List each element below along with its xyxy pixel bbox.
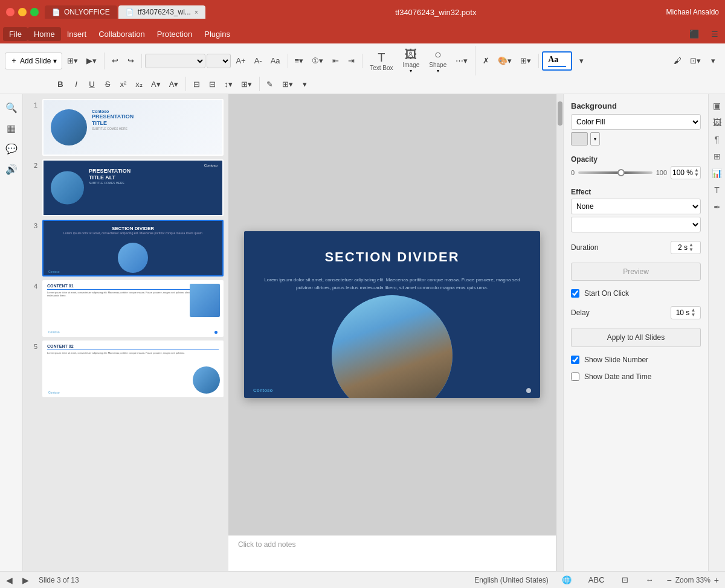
- arrange2-button[interactable]: ⊞▾: [279, 77, 297, 91]
- menu-action-2[interactable]: ☰: [707, 27, 722, 41]
- right-icon-7[interactable]: ✒: [710, 200, 724, 214]
- fit-width-button[interactable]: ↔: [642, 573, 657, 587]
- show-date-checkbox[interactable]: [571, 372, 579, 381]
- slide-thumb-1[interactable]: Contoso PRESENTATIONTITLE SUBTITLE COMES…: [42, 99, 224, 156]
- spell-check-button[interactable]: ABC: [585, 573, 608, 587]
- columns-button[interactable]: ⊞▾: [237, 77, 256, 91]
- underline-button[interactable]: U: [85, 77, 99, 91]
- slides-side-icon[interactable]: ▦: [3, 120, 20, 136]
- align-left-button[interactable]: ⊟: [189, 77, 204, 91]
- language-globe-icon[interactable]: 🌐: [558, 573, 575, 587]
- audio-side-icon[interactable]: 🔊: [3, 161, 20, 177]
- add-slide-button[interactable]: ＋ Add Slide ▾: [5, 53, 62, 69]
- zoom-in-button[interactable]: +: [714, 575, 719, 585]
- right-icon-6[interactable]: T: [710, 184, 724, 197]
- background-section: Background Color Fill ▾: [571, 101, 701, 145]
- tab-file[interactable]: 📄 tf34076243_wi... ×: [118, 5, 205, 19]
- font-size-inc-button[interactable]: A+: [232, 54, 249, 68]
- image-button[interactable]: 🖼 Image ▾: [399, 46, 424, 75]
- delay-down-button[interactable]: ▼: [691, 313, 695, 318]
- play-button[interactable]: ▶▾: [83, 54, 100, 68]
- right-icon-3[interactable]: ¶: [710, 133, 724, 146]
- menu-insert[interactable]: Insert: [61, 27, 93, 41]
- bold-button[interactable]: B: [53, 77, 68, 91]
- opacity-slider[interactable]: [578, 171, 652, 174]
- font-size-select[interactable]: [207, 54, 231, 68]
- undo-button[interactable]: ↩: [108, 54, 122, 68]
- zoom-out-button[interactable]: −: [667, 575, 672, 585]
- slide-thumb-2[interactable]: Contoso PRESENTATIONTITLE ALT SUBTITLE C…: [42, 159, 224, 216]
- theme-expand-button[interactable]: ▾: [574, 54, 588, 68]
- start-on-click-checkbox[interactable]: [571, 289, 579, 298]
- effect-select[interactable]: None: [571, 199, 701, 214]
- superscript-button[interactable]: x²: [116, 77, 130, 91]
- slide-thumb-4[interactable]: CONTENT 01 Lorem ipsum dolor sit amet, c…: [42, 280, 224, 337]
- menu-action-1[interactable]: ⬛: [686, 27, 703, 41]
- minimize-window-button[interactable]: [18, 8, 27, 16]
- tab-close-icon[interactable]: ×: [195, 9, 198, 16]
- color-scheme-button[interactable]: 🎨▾: [494, 54, 515, 68]
- redo-button[interactable]: ↪: [123, 54, 138, 68]
- menu-home[interactable]: Home: [28, 27, 61, 41]
- maximize-window-button[interactable]: [30, 8, 39, 16]
- right-icon-2[interactable]: 🖼: [710, 116, 724, 129]
- show-slide-number-checkbox[interactable]: [571, 356, 579, 364]
- paste-format-button[interactable]: ⊡▾: [686, 54, 704, 68]
- more-shapes-button[interactable]: ⋯▾: [452, 54, 471, 68]
- copy-style-button[interactable]: 🖌: [670, 54, 685, 68]
- right-icon-5[interactable]: 📊: [710, 167, 724, 180]
- duration-down-button[interactable]: ▼: [689, 248, 694, 252]
- align-button[interactable]: ⊞▾: [517, 54, 535, 68]
- slide-vscroll-thumb[interactable]: [558, 101, 562, 126]
- theme-preview[interactable]: Aa: [542, 51, 572, 71]
- slide-display: SECTION DIVIDER Lorem ipsum dolor sit am…: [244, 231, 540, 398]
- right-icon-1[interactable]: ▣: [710, 99, 724, 112]
- slide-thumb-5[interactable]: CONTENT 02 Lorem ipsum dolor sit amet, c…: [42, 340, 224, 397]
- opacity-down-button[interactable]: ▼: [694, 173, 699, 177]
- language-label[interactable]: English (United States): [474, 576, 549, 584]
- number-list-button[interactable]: ①▾: [308, 54, 327, 68]
- strikethrough-button[interactable]: S: [100, 77, 115, 91]
- menu-protection[interactable]: Protection: [151, 27, 199, 41]
- decrease-indent-button[interactable]: ⇤: [328, 54, 343, 68]
- eyedropper-button[interactable]: ✎: [263, 77, 277, 91]
- notes-area[interactable]: Click to add notes: [228, 535, 556, 571]
- line-spacing-button[interactable]: ↕▾: [221, 77, 236, 91]
- change-case-button[interactable]: Aa: [267, 54, 284, 68]
- color-picker-box[interactable]: [571, 132, 588, 145]
- image-icon: 🖼: [405, 48, 417, 62]
- slide-thumb-3[interactable]: SECTION DIVIDER Lorem ipsum dolor sit am…: [42, 220, 224, 276]
- slide-canvas[interactable]: SECTION DIVIDER Lorem ipsum dolor sit am…: [228, 94, 556, 535]
- search-side-icon[interactable]: 🔍: [3, 99, 20, 116]
- subscript-button[interactable]: x₂: [132, 77, 146, 91]
- prev-slide-button[interactable]: ◀: [6, 575, 13, 585]
- comments-side-icon[interactable]: 💬: [3, 140, 20, 157]
- highlight-button[interactable]: A▾: [147, 77, 164, 91]
- toolbar-expand-button[interactable]: ▾: [706, 54, 720, 68]
- align-top-button[interactable]: ⊟: [205, 77, 219, 91]
- increase-indent-button[interactable]: ⇥: [344, 54, 358, 68]
- close-window-button[interactable]: [6, 8, 14, 16]
- right-icon-4[interactable]: ⊞: [710, 150, 724, 163]
- slide-layout-button[interactable]: ⊞▾: [63, 54, 82, 68]
- font-family-select[interactable]: [145, 54, 205, 68]
- menu-file[interactable]: File: [3, 27, 28, 41]
- shape-button[interactable]: ○ Shape ▾: [425, 46, 451, 75]
- clear-style-button[interactable]: ✗: [478, 54, 493, 68]
- preview-button[interactable]: Preview: [571, 263, 701, 281]
- bullet-list-button[interactable]: ≡▾: [291, 54, 308, 68]
- effect-sub-select[interactable]: [571, 217, 701, 232]
- next-slide-button[interactable]: ▶: [22, 575, 29, 585]
- menu-collaboration[interactable]: Collaboration: [92, 27, 151, 41]
- font-color-button[interactable]: A▾: [166, 77, 182, 91]
- expand-toolbar-button[interactable]: ▾: [298, 77, 312, 91]
- text-box-button[interactable]: T Text Box: [366, 49, 397, 73]
- apply-all-button[interactable]: Apply to All Slides: [571, 328, 701, 347]
- menu-plugins[interactable]: Plugins: [198, 27, 236, 41]
- fill-type-select[interactable]: Color Fill: [571, 114, 701, 130]
- fit-page-button[interactable]: ⊡: [618, 573, 633, 587]
- font-size-dec-button[interactable]: A-: [251, 54, 266, 68]
- tab-onlyoffice[interactable]: 📄 ONLYOFFICE: [45, 5, 117, 19]
- italic-button[interactable]: I: [69, 77, 83, 91]
- color-dropdown-button[interactable]: ▾: [590, 132, 600, 145]
